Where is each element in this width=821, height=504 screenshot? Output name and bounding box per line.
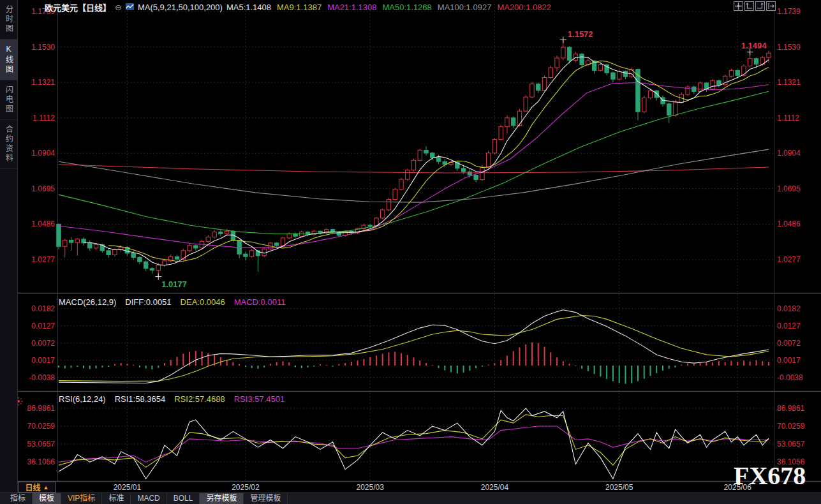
price-axis-label-right: 1.0486 (777, 219, 818, 228)
rsi-panel-header: RSI(6,12,24) RSI1:58.3654 RSI2:57.4688 R… (59, 394, 285, 404)
sidebar-item-label: 分时图 (4, 5, 13, 34)
ma-value-label: MA5:1.1408 (226, 3, 271, 12)
price-axis-label-left: 1.1112 (18, 114, 55, 122)
xaxis-date-label: 2025/05 (599, 483, 640, 492)
macd-axis-label-left: 0.0017 (18, 356, 55, 365)
toolbar-tab-VIP指标[interactable]: VIP指标 (61, 493, 102, 504)
collapse-icon[interactable]: ⊖ (115, 3, 122, 11)
toolbar-tab-标准[interactable]: 标准 (102, 493, 131, 504)
price-axis-label-right: 1.0904 (777, 149, 818, 158)
ma-value-label: MA50:1.1268 (382, 3, 431, 12)
chart-type-icon[interactable] (126, 3, 134, 12)
rsi-axis-label-right: 86.9861 (777, 404, 818, 413)
xaxis-date-label: 2025/01 (107, 483, 147, 492)
toolbar-tab-MACD[interactable]: MACD (131, 493, 166, 504)
high-price-annotation: 1.1572 (568, 29, 593, 39)
macd-axis-label-right: 0.0182 (777, 304, 818, 313)
price-axis-label-left: 1.0904 (18, 149, 55, 158)
page-title: 欧元美元【日线】 (45, 1, 111, 13)
price-axis-label-left: 1.1530 (18, 43, 55, 52)
macd-dea-value: DEA:0.0046 (181, 297, 225, 307)
price-axis-label-right: 1.1321 (777, 78, 818, 87)
rsi-axis-label-left: 36.1056 (18, 457, 55, 466)
sidebar-item-合约资料[interactable]: 合约资料 (0, 120, 17, 169)
rsi-axis-label-right: 70.0259 (777, 422, 818, 431)
chart-corner-toolbar (734, 1, 776, 11)
rsi1-value: RSI1:58.3654 (115, 394, 166, 404)
rsi-axis-label-left: 86.9861 (18, 404, 55, 413)
ma-value-label: MA21:1.1308 (327, 3, 376, 12)
macd-axis-label-right: -0.0038 (777, 373, 818, 382)
low-price-annotation: 1.0177 (161, 279, 187, 289)
bottom-toolbar: 指标模板VIP指标标准MACDBOLL另存模板管理模板 (0, 493, 821, 504)
toolbar-tab-指标[interactable]: 指标 (4, 493, 33, 504)
watermark: FX678 (734, 463, 806, 489)
macd-axis-label-left: -0.0038 (18, 373, 55, 382)
sidebar-item-label: K线图 (4, 45, 13, 75)
chart-header: 欧元美元【日线】 ⊖ MA(5,9,21,50,100,200) MA5:1.1… (45, 1, 551, 13)
scale-left-axis-icon[interactable] (744, 1, 754, 11)
xaxis-date-label: 2025/04 (474, 483, 515, 492)
pan-icon[interactable] (734, 1, 743, 11)
rsi3-value: RSI3:57.4501 (234, 394, 285, 404)
macd-params: MACD(26,12,9) (59, 297, 116, 307)
price-axis-label-left: 1.1321 (18, 78, 55, 87)
xaxis-date-label: 2025/03 (350, 483, 390, 492)
price-axis-label-right: 1.0277 (777, 255, 818, 264)
period-selector[interactable]: 日线 ▲ (18, 482, 56, 493)
period-arrow-icon: ▲ (43, 484, 49, 491)
macd-axis-label-right: 0.0127 (777, 322, 818, 330)
xaxis-date-label: 2025/02 (225, 483, 266, 492)
macd-axis-label-left: 0.0072 (18, 339, 55, 348)
rsi-axis-label-left: 70.0259 (18, 422, 55, 431)
price-axis-label-right: 1.0695 (777, 184, 818, 193)
macd-axis-label-right: 0.0017 (777, 356, 818, 365)
sidebar-item-label: 合约资料 (4, 125, 13, 163)
rsi-axis-label-left: 53.0657 (18, 440, 55, 448)
rsi-axis-label-right: 53.0657 (777, 440, 818, 448)
sidebar-item-K线图[interactable]: K线图 (0, 40, 17, 80)
macd-panel-header: MACD(26,12,9) DIFF:0.0051 DEA:0.0046 MAC… (59, 297, 285, 307)
toolbar-tab-BOLL[interactable]: BOLL (167, 493, 200, 504)
scale-right-axis-icon[interactable] (755, 1, 765, 11)
macd-diff-value: DIFF:0.0051 (125, 297, 171, 307)
toolbar-tab-模板[interactable]: 模板 (33, 493, 61, 504)
ma-values: MA5:1.1408MA9:1.1387MA21:1.1308MA50:1.12… (226, 3, 551, 12)
price-axis-label-right: 1.1739 (777, 7, 818, 16)
price-axis-label-left: 1.0695 (18, 184, 55, 193)
ma-value-label: MA100:1.0927 (438, 3, 492, 12)
shift-right-icon[interactable] (766, 1, 776, 11)
ma-settings-label: MA(5,9,21,50,100,200) (138, 3, 223, 12)
sidebar-item-闪电图[interactable]: 闪电图 (0, 80, 17, 120)
sidebar-item-分时图[interactable]: 分时图 (0, 0, 17, 40)
price-axis-label-left: 1.0486 (18, 219, 55, 228)
macd-axis-label-right: 0.0072 (777, 339, 818, 348)
period-label: 日线 (26, 482, 41, 493)
rsi-params: RSI(6,12,24) (59, 394, 106, 404)
macd-axis-label-left: 0.0127 (18, 322, 55, 330)
rsi2-value: RSI2:57.4688 (174, 394, 225, 404)
ma-value-label: MA200:1.0822 (497, 3, 551, 12)
last-price-annotation: 1.1494 (741, 41, 767, 50)
chart-canvas[interactable] (0, 0, 821, 504)
price-axis-label-left: 1.0277 (18, 255, 55, 264)
ma-value-label: MA9:1.1387 (277, 3, 322, 12)
sidebar-item-label: 闪电图 (4, 85, 13, 114)
toolbar-tab-管理模板[interactable]: 管理模板 (244, 493, 288, 504)
trading-terminal: 分时图K线图闪电图合约资料 欧元美元【日线】 ⊖ MA(5,9,21,50,10… (0, 0, 821, 504)
macd-macd-value: MACD:0.0011 (234, 297, 286, 307)
price-axis-label-right: 1.1112 (777, 114, 818, 122)
price-axis-label-right: 1.1530 (777, 43, 818, 52)
left-sidebar: 分时图K线图闪电图合约资料 (0, 0, 18, 493)
toolbar-tab-另存模板[interactable]: 另存模板 (200, 493, 244, 504)
macd-axis-label-left: 0.0182 (18, 304, 55, 313)
